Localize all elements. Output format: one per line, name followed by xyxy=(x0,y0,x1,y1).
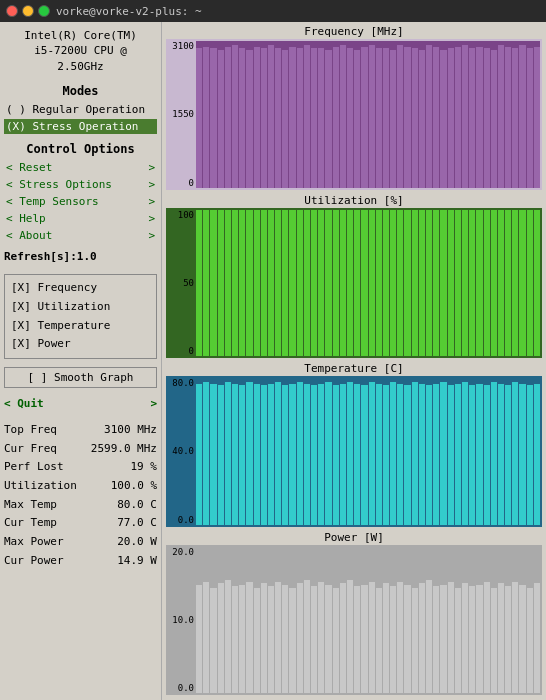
control-reset[interactable]: < Reset > xyxy=(4,160,157,175)
bar xyxy=(254,47,260,188)
bar xyxy=(261,48,267,187)
bar xyxy=(325,210,331,357)
bar xyxy=(476,47,482,188)
bar xyxy=(469,210,475,357)
utilization-chart: Utilization [%] 100 50 0 xyxy=(166,194,542,361)
control-stress-label: < Stress Options xyxy=(6,178,112,191)
bar xyxy=(383,210,389,357)
bar xyxy=(225,580,231,693)
bar xyxy=(261,583,267,693)
bar xyxy=(505,586,511,693)
stat-row: Cur Temp77.0 C xyxy=(4,514,157,533)
maximize-button[interactable] xyxy=(38,5,50,17)
control-stress-options[interactable]: < Stress Options > xyxy=(4,177,157,192)
stat-row: Max Power20.0 W xyxy=(4,533,157,552)
bar xyxy=(246,582,252,693)
mode-stress[interactable]: (X) Stress Operation xyxy=(4,119,157,134)
bar xyxy=(246,382,252,524)
bar xyxy=(505,385,511,524)
bar xyxy=(419,384,425,525)
bar xyxy=(469,586,475,693)
bar xyxy=(225,210,231,357)
bar xyxy=(304,210,310,357)
control-help[interactable]: < Help > xyxy=(4,211,157,226)
bar xyxy=(325,382,331,524)
bar xyxy=(210,48,216,187)
bar xyxy=(448,385,454,524)
power-y-labels: 20.0 10.0 0.0 xyxy=(168,547,196,694)
toggle-utilization[interactable]: [X] Utilization xyxy=(11,298,150,317)
bar xyxy=(498,384,504,525)
bar xyxy=(426,385,432,524)
mode-regular[interactable]: ( ) Regular Operation xyxy=(4,102,157,117)
main-layout: Intel(R) Core(TM) i5-7200U CPU @ 2.50GHz… xyxy=(0,22,546,700)
bar xyxy=(412,48,418,187)
bar xyxy=(534,47,540,188)
bar xyxy=(433,586,439,693)
bar xyxy=(354,50,360,188)
quit-control[interactable]: < Quit > xyxy=(4,397,157,410)
bar xyxy=(448,582,454,693)
bar xyxy=(232,384,238,525)
bar xyxy=(210,210,216,357)
bar xyxy=(203,47,209,188)
bar xyxy=(275,582,281,693)
util-y-labels: 100 50 0 xyxy=(168,210,196,357)
bar xyxy=(304,384,310,525)
bar xyxy=(469,48,475,187)
stat-value: 80.0 C xyxy=(117,496,157,515)
bar xyxy=(527,588,533,693)
modes-title: Modes xyxy=(4,84,157,98)
bar xyxy=(484,210,490,357)
bar xyxy=(462,210,468,357)
stat-label: Cur Freq xyxy=(4,440,57,459)
bar xyxy=(318,210,324,357)
bar xyxy=(318,582,324,693)
bar xyxy=(196,48,202,187)
window-title: vorke@vorke-v2-plus: ~ xyxy=(56,5,202,18)
stat-value: 20.0 W xyxy=(117,533,157,552)
bar xyxy=(455,210,461,357)
bar xyxy=(333,47,339,188)
quit-label: < Quit xyxy=(4,397,44,410)
control-temp-sensors[interactable]: < Temp Sensors > xyxy=(4,194,157,209)
stat-value: 100.0 % xyxy=(111,477,157,496)
bar xyxy=(433,47,439,188)
bar xyxy=(404,385,410,524)
bar xyxy=(397,45,403,187)
window-controls[interactable] xyxy=(6,5,50,17)
bar xyxy=(268,45,274,187)
title-bar: vorke@vorke-v2-plus: ~ xyxy=(0,0,546,22)
toggle-frequency[interactable]: [X] Frequency xyxy=(11,279,150,298)
bar xyxy=(282,585,288,693)
stat-row: Top Freq3100 MHz xyxy=(4,421,157,440)
stat-value: 2599.0 MHz xyxy=(91,440,157,459)
toggle-temperature[interactable]: [X] Temperature xyxy=(11,317,150,336)
bar xyxy=(196,384,202,525)
bar xyxy=(397,210,403,357)
control-about[interactable]: < About > xyxy=(4,228,157,243)
bar xyxy=(440,50,446,188)
bar xyxy=(491,210,497,357)
bar xyxy=(390,586,396,693)
control-help-label: < Help xyxy=(6,212,46,225)
bar xyxy=(196,585,202,693)
smooth-graph-button[interactable]: [ ] Smooth Graph xyxy=(4,367,157,388)
bar xyxy=(383,385,389,524)
bar xyxy=(534,210,540,357)
bar xyxy=(376,48,382,187)
bar xyxy=(519,585,525,693)
minimize-button[interactable] xyxy=(22,5,34,17)
freq-y-labels: 3100 1550 0 xyxy=(168,41,196,188)
toggle-power[interactable]: [X] Power xyxy=(11,335,150,354)
power-bars xyxy=(196,547,540,694)
stat-row: Max Temp80.0 C xyxy=(4,496,157,515)
bar xyxy=(390,210,396,357)
bar xyxy=(268,384,274,525)
close-button[interactable] xyxy=(6,5,18,17)
bar xyxy=(239,385,245,524)
control-stress-arrow: > xyxy=(148,178,155,191)
sidebar: Intel(R) Core(TM) i5-7200U CPU @ 2.50GHz… xyxy=(0,22,162,700)
power-chart: Power [W] 20.0 10.0 0.0 xyxy=(166,531,542,698)
bar xyxy=(218,50,224,188)
